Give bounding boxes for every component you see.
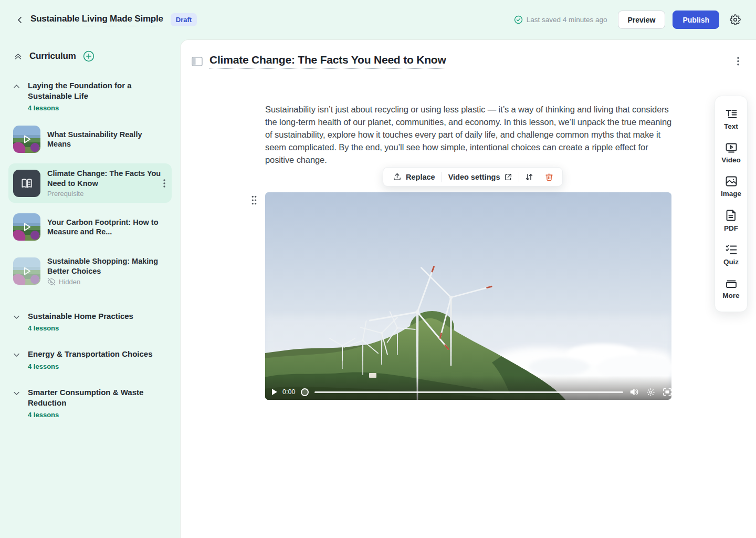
- lesson-intro-paragraph[interactable]: Sustainability isn’t just about recyclin…: [265, 103, 672, 166]
- lesson-hidden-label: Hidden: [59, 278, 80, 286]
- volume-icon: [629, 388, 639, 396]
- video-icon: [725, 142, 738, 153]
- back-button[interactable]: [13, 13, 27, 27]
- book-open-icon: [20, 177, 34, 190]
- lesson-title: Climate Change: The Facts You Need to Kn…: [47, 169, 166, 188]
- video-player[interactable]: 0:00: [265, 192, 671, 400]
- section-lesson-count: 4 lessons: [28, 363, 167, 370]
- lesson-content: Sustainability isn’t just about recyclin…: [265, 103, 672, 400]
- replace-video-button[interactable]: Replace: [386, 167, 442, 187]
- double-chevron-up-icon: [14, 52, 23, 61]
- seek-handle[interactable]: [301, 388, 309, 396]
- section-title: Energy & Transportation Choices: [28, 349, 167, 359]
- player-gear-icon: [646, 388, 655, 397]
- more-blocks-button[interactable]: More: [715, 272, 747, 305]
- upload-icon: [393, 172, 402, 181]
- seek-bar[interactable]: [314, 391, 623, 393]
- publish-button[interactable]: Publish: [673, 11, 719, 29]
- delete-block-button[interactable]: [539, 167, 559, 187]
- section-lesson-count: 4 lessons: [28, 324, 167, 332]
- settings-button[interactable]: [727, 12, 743, 28]
- back-chevron-icon: [16, 16, 24, 24]
- replace-label: Replace: [406, 173, 435, 181]
- curriculum-header: Curriculum: [8, 50, 172, 63]
- video-settings-button[interactable]: Video settings: [442, 167, 519, 187]
- add-quiz-block-button[interactable]: Quiz: [715, 238, 747, 272]
- section-header[interactable]: Sustainable Home Practices 4 lessons: [8, 311, 172, 332]
- video-thumbnail: [13, 213, 40, 241]
- add-pdf-block-button[interactable]: PDF: [715, 203, 747, 238]
- play-button[interactable]: [271, 388, 278, 396]
- section-lesson-count: 4 lessons: [28, 104, 167, 112]
- kebab-icon: [737, 57, 739, 66]
- pdf-icon: [726, 209, 737, 222]
- lesson-editor-panel: Climate Change: The Facts You Need to Kn…: [180, 39, 756, 538]
- sort-arrows-icon: [524, 172, 534, 182]
- lesson-item-selected[interactable]: Climate Change: The Facts You Need to Kn…: [8, 163, 172, 203]
- curriculum-section: Laying the Foundation for a Sustainable …: [8, 80, 172, 291]
- sidebar-layout-icon: [192, 57, 203, 66]
- video-thumbnail: [13, 257, 40, 285]
- video-thumbnail: [13, 126, 40, 153]
- add-section-button[interactable]: [82, 50, 95, 63]
- play-icon: [13, 213, 40, 241]
- lesson-title: What Sustainability Really Means: [47, 130, 166, 149]
- fullscreen-icon: [663, 388, 671, 396]
- section-header[interactable]: Laying the Foundation for a Sustainable …: [8, 80, 172, 112]
- curriculum-section: Smarter Consumption & Waste Reduction 4 …: [8, 387, 172, 419]
- lesson-menu-button[interactable]: [161, 177, 167, 190]
- curriculum-section: Sustainable Home Practices 4 lessons: [8, 311, 172, 332]
- saved-status-text: Last saved 4 minutes ago: [527, 16, 607, 24]
- section-header[interactable]: Smarter Consumption & Waste Reduction 4 …: [8, 387, 172, 419]
- video-block: Replace Video settings: [265, 192, 672, 400]
- curriculum-section: Energy & Transportation Choices 4 lesson…: [8, 349, 172, 370]
- lesson-title: Your Carbon Footprint: How to Measure an…: [47, 218, 166, 237]
- section-title: Laying the Foundation for a Sustainable …: [28, 80, 167, 101]
- volume-button[interactable]: [629, 388, 639, 396]
- preview-button[interactable]: Preview: [618, 11, 666, 29]
- player-settings-button[interactable]: [646, 388, 655, 397]
- add-image-block-button[interactable]: Image: [715, 170, 747, 203]
- block-palette: Text Video Image PDF Quiz: [715, 96, 748, 312]
- add-video-block-button[interactable]: Video: [715, 136, 747, 170]
- lesson-title[interactable]: Climate Change: The Facts You Need to Kn…: [209, 54, 446, 69]
- lesson-list: What Sustainability Really Means Climate…: [8, 120, 172, 291]
- chevron-down-icon: [13, 313, 21, 332]
- kebab-icon: [163, 179, 165, 188]
- lesson-title: Sustainable Shopping: Making Better Choi…: [47, 256, 166, 276]
- gear-icon: [730, 14, 741, 25]
- more-icon: [725, 277, 738, 289]
- section-title: Sustainable Home Practices: [28, 311, 167, 322]
- lesson-item[interactable]: What Sustainability Really Means: [8, 120, 172, 158]
- lesson-item[interactable]: Your Carbon Footprint: How to Measure an…: [8, 208, 172, 246]
- status-badge: Draft: [171, 13, 197, 26]
- fullscreen-button[interactable]: [663, 388, 671, 396]
- curriculum-title: Curriculum: [29, 51, 76, 61]
- check-circle-icon: [514, 15, 523, 24]
- lesson-prerequisite-label: Prerequisite: [47, 190, 166, 198]
- chevron-up-icon: [13, 82, 21, 112]
- section-lesson-count: 4 lessons: [28, 411, 167, 419]
- lesson-menu-button[interactable]: [735, 55, 741, 68]
- lesson-header: Climate Change: The Facts You Need to Kn…: [181, 40, 756, 69]
- reading-thumbnail: [13, 170, 40, 197]
- play-icon: [13, 257, 40, 285]
- toggle-sidebar-button[interactable]: [191, 56, 204, 67]
- quiz-icon: [725, 244, 738, 255]
- drag-handle-icon[interactable]: [251, 195, 257, 205]
- plus-circle-icon: [83, 50, 94, 62]
- lesson-item-hidden[interactable]: Sustainable Shopping: Making Better Choi…: [8, 251, 172, 291]
- collapse-all-button[interactable]: [13, 51, 23, 61]
- course-title[interactable]: Sustainable Living Made Simple: [30, 14, 163, 26]
- add-text-block-button[interactable]: Text: [715, 102, 747, 136]
- play-icon: [13, 126, 40, 153]
- video-block-toolbar: Replace Video settings: [383, 167, 563, 187]
- saved-status: Last saved 4 minutes ago: [514, 15, 607, 24]
- trash-icon: [544, 172, 554, 182]
- section-header[interactable]: Energy & Transportation Choices 4 lesson…: [8, 349, 172, 370]
- section-title: Smarter Consumption & Waste Reduction: [28, 387, 167, 408]
- chevron-down-icon: [13, 389, 21, 419]
- image-icon: [725, 175, 738, 187]
- app-header: Sustainable Living Made Simple Draft Las…: [0, 0, 756, 39]
- move-block-button[interactable]: [519, 167, 539, 187]
